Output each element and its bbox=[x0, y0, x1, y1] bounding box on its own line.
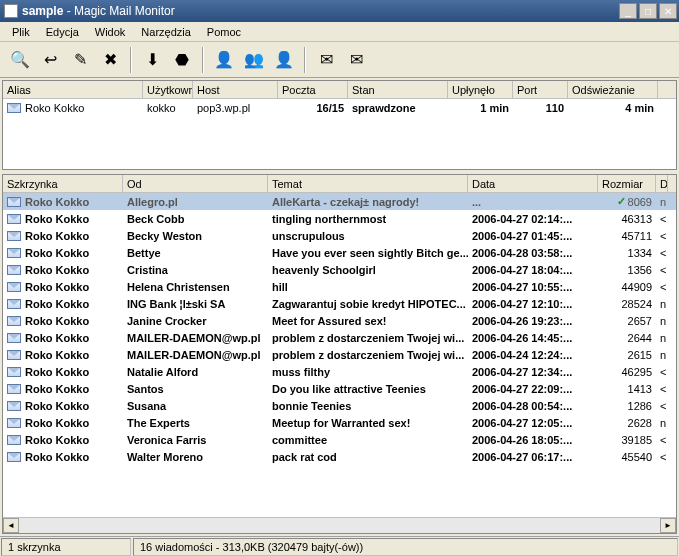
messages-col-1[interactable]: Od bbox=[123, 175, 268, 192]
cell-date: 2006-04-27 06:17:... bbox=[468, 450, 598, 464]
cell-from: Santos bbox=[123, 382, 268, 396]
menu-widok[interactable]: Widok bbox=[87, 24, 134, 40]
compose-icon[interactable]: ✎ bbox=[66, 46, 94, 74]
cell-d: n bbox=[656, 331, 668, 345]
accounts-col-7[interactable]: Odświeżanie bbox=[568, 81, 658, 98]
mail-icon[interactable]: ✉ bbox=[312, 46, 340, 74]
menu-pomoc[interactable]: Pomoc bbox=[199, 24, 249, 40]
separator bbox=[202, 47, 204, 73]
message-row[interactable]: Roko KokkoMAILER-DAEMON@wp.plproblem z d… bbox=[3, 346, 676, 363]
menu-plik[interactable]: Plik bbox=[4, 24, 38, 40]
cell-subject: heavenly Schoolgirl bbox=[268, 263, 468, 277]
accounts-col-1[interactable]: Użytkownik bbox=[143, 81, 193, 98]
cell-box: Roko Kokko bbox=[3, 195, 123, 209]
accounts-col-2[interactable]: Host bbox=[193, 81, 278, 98]
envelope-icon bbox=[7, 435, 21, 445]
envelope-icon bbox=[7, 452, 21, 462]
messages-col-5[interactable]: D bbox=[656, 175, 668, 192]
maximize-button[interactable]: □ bbox=[639, 3, 657, 19]
toolbar: 🔍↩✎✖⬇⬣👤👥👤✉✉ bbox=[0, 42, 679, 78]
message-row[interactable]: Roko KokkoVeronica Farriscommittee2006-0… bbox=[3, 431, 676, 448]
message-row[interactable]: Roko KokkoAllegro.plAlleKarta - czekaj± … bbox=[3, 193, 676, 210]
cell-box: Roko Kokko bbox=[3, 382, 123, 396]
message-row[interactable]: Roko KokkoWalter Morenopack rat cod2006-… bbox=[3, 448, 676, 465]
account-add-icon[interactable]: 👥 bbox=[240, 46, 268, 74]
message-row[interactable]: Roko KokkoCristinaheavenly Schoolgirl200… bbox=[3, 261, 676, 278]
message-row[interactable]: Roko KokkoBecky Westonunscrupulous2006-0… bbox=[3, 227, 676, 244]
app-icon: ✉ bbox=[4, 4, 18, 18]
message-row[interactable]: Roko KokkoThe ExpertsMeetup for Warrante… bbox=[3, 414, 676, 431]
scroll-track[interactable] bbox=[19, 518, 660, 533]
message-row[interactable]: Roko KokkoSantosDo you like attractive T… bbox=[3, 380, 676, 397]
menu-edycja[interactable]: Edycja bbox=[38, 24, 87, 40]
cell-from: Susana bbox=[123, 399, 268, 413]
cell-from: Cristina bbox=[123, 263, 268, 277]
delete-icon[interactable]: ✖ bbox=[96, 46, 124, 74]
messages-col-2[interactable]: Temat bbox=[268, 175, 468, 192]
minimize-button[interactable]: _ bbox=[619, 3, 637, 19]
cell-size: 45540 bbox=[598, 450, 656, 464]
message-row[interactable]: Roko KokkoING Bank ¦l±ski SAZagwarantuj … bbox=[3, 295, 676, 312]
message-row[interactable]: Roko KokkoSusanabonnie Teenies2006-04-28… bbox=[3, 397, 676, 414]
separator bbox=[130, 47, 132, 73]
stop-icon[interactable]: ⬣ bbox=[168, 46, 196, 74]
envelope-icon bbox=[7, 333, 21, 343]
scroll-left-button[interactable]: ◄ bbox=[3, 518, 19, 533]
search-icon[interactable]: 🔍 bbox=[6, 46, 34, 74]
scrollbar-horizontal[interactable]: ◄ ► bbox=[3, 517, 676, 533]
cell-size: 46295 bbox=[598, 365, 656, 379]
accounts-col-5[interactable]: Upłynęło bbox=[448, 81, 513, 98]
check-icon: ✓ bbox=[617, 195, 626, 208]
accounts-body[interactable]: Roko Kokkokokkopop3.wp.pl16/15sprawdzone… bbox=[3, 99, 676, 169]
envelope-icon bbox=[7, 248, 21, 258]
account-row[interactable]: Roko Kokkokokkopop3.wp.pl16/15sprawdzone… bbox=[3, 99, 676, 116]
message-row[interactable]: Roko KokkoMAILER-DAEMON@wp.plproblem z d… bbox=[3, 329, 676, 346]
message-row[interactable]: Roko KokkoHelena Christensenhill2006-04-… bbox=[3, 278, 676, 295]
cell-date: ... bbox=[468, 195, 598, 209]
mail-del-icon[interactable]: ✉ bbox=[342, 46, 370, 74]
scroll-right-button[interactable]: ► bbox=[660, 518, 676, 533]
cell-box: Roko Kokko bbox=[3, 348, 123, 362]
cell-date: 2006-04-28 00:54:... bbox=[468, 399, 598, 413]
cell: sprawdzone bbox=[348, 101, 448, 115]
messages-body[interactable]: Roko KokkoAllegro.plAlleKarta - czekaj± … bbox=[3, 193, 676, 517]
menu-narzędzia[interactable]: Narzędzia bbox=[133, 24, 199, 40]
messages-col-3[interactable]: Data bbox=[468, 175, 598, 192]
message-row[interactable]: Roko KokkoJanine CrockerMeet for Assured… bbox=[3, 312, 676, 329]
messages-grid: SzkrzynkaOdTematDataRozmiarD Roko KokkoA… bbox=[2, 174, 677, 534]
cell-from: Walter Moreno bbox=[123, 450, 268, 464]
envelope-icon bbox=[7, 384, 21, 394]
accounts-col-4[interactable]: Stan bbox=[348, 81, 448, 98]
status-message-count: 16 wiadomości - 313,0KB (320479 bajty(-ó… bbox=[133, 538, 678, 556]
envelope-icon bbox=[7, 265, 21, 275]
cell-box: Roko Kokko bbox=[3, 297, 123, 311]
messages-col-4[interactable]: Rozmiar bbox=[598, 175, 656, 192]
cell: 1 min bbox=[448, 101, 513, 115]
message-row[interactable]: Roko KokkoBeck Cobbtingling northernmost… bbox=[3, 210, 676, 227]
message-row[interactable]: Roko KokkoBettyeHave you ever seen sight… bbox=[3, 244, 676, 261]
account-ok-icon[interactable]: 👤 bbox=[210, 46, 238, 74]
accounts-col-0[interactable]: Alias bbox=[3, 81, 143, 98]
envelope-icon bbox=[7, 350, 21, 360]
cell-from: Natalie Alford bbox=[123, 365, 268, 379]
cell-d: n bbox=[656, 297, 668, 311]
cell-d: < bbox=[656, 450, 668, 464]
cell-size: 2644 bbox=[598, 331, 656, 345]
message-row[interactable]: Roko KokkoNatalie Alfordmuss filthy2006-… bbox=[3, 363, 676, 380]
accounts-col-3[interactable]: Poczta bbox=[278, 81, 348, 98]
cell-date: 2006-04-27 18:04:... bbox=[468, 263, 598, 277]
cell-from: Beck Cobb bbox=[123, 212, 268, 226]
window-title: sample - Magic Mail Monitor bbox=[22, 4, 619, 18]
messages-col-0[interactable]: Szkrzynka bbox=[3, 175, 123, 192]
cell-size: 2628 bbox=[598, 416, 656, 430]
envelope-icon bbox=[7, 103, 21, 113]
close-button[interactable]: ✕ bbox=[659, 3, 677, 19]
cell-date: 2006-04-24 12:24:... bbox=[468, 348, 598, 362]
cell-d: < bbox=[656, 280, 668, 294]
cell-size: 1413 bbox=[598, 382, 656, 396]
reply-icon[interactable]: ↩ bbox=[36, 46, 64, 74]
accounts-col-6[interactable]: Port bbox=[513, 81, 568, 98]
download-icon[interactable]: ⬇ bbox=[138, 46, 166, 74]
cell-from: The Experts bbox=[123, 416, 268, 430]
account-del-icon[interactable]: 👤 bbox=[270, 46, 298, 74]
